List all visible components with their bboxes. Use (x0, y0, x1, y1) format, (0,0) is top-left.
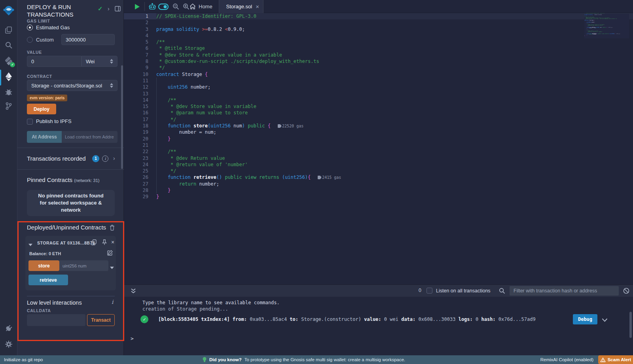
panel-scrollbar[interactable] (121, 65, 123, 169)
publish-ipfs-checkbox[interactable] (27, 119, 33, 125)
file-explorer-icon[interactable] (0, 23, 17, 37)
did-you-know-label: Did you know? (209, 357, 242, 362)
home-tab-label: Home (199, 4, 212, 9)
ai-assistant-robot-icon[interactable] (148, 0, 157, 13)
tx-success-check-icon: ✓ (140, 315, 148, 323)
toolbar-separator (144, 2, 145, 11)
panel-forward-icon[interactable]: › (108, 6, 110, 12)
at-address-input[interactable] (62, 131, 118, 143)
at-address-button[interactable]: At Address (27, 131, 62, 143)
low-level-info-icon[interactable]: i (112, 299, 113, 305)
minimap[interactable]: // SPDX-License-Identifier: GPL-3.0pragm… (584, 13, 629, 38)
gas-limit-label: GAS LIMIT (27, 19, 50, 23)
remove-contract-icon[interactable]: × (111, 239, 114, 245)
settings-gear-icon[interactable] (0, 337, 17, 351)
terminal[interactable]: Type the library name to see available c… (124, 297, 633, 355)
store-arg-input[interactable] (59, 260, 108, 271)
panel-check-icon: ✓ (98, 5, 103, 12)
ai-toggle-switch-icon[interactable] (158, 0, 169, 13)
solidity-compiler-icon[interactable]: ✓ (0, 54, 17, 68)
pin-panel-icon[interactable] (115, 6, 121, 13)
compile-success-badge: ✓ (10, 62, 15, 67)
did-you-know-text: To prototype using the Gnosis safe multi… (244, 357, 406, 362)
terminal-collapse-double-chevron-icon[interactable] (131, 288, 136, 296)
git-icon[interactable] (0, 99, 17, 113)
deploy-run-panel: DEPLOY & RUN TRANSACTIONS ✓ › GAS LIMIT … (17, 0, 124, 355)
scam-alert-button[interactable]: Scam Alert (598, 355, 633, 364)
transactions-expand-icon[interactable]: › (113, 155, 115, 161)
custom-gas-radio[interactable] (27, 37, 33, 43)
calldata-label: CALLDATA (27, 308, 51, 313)
contract-label: CONTRACT (27, 74, 52, 79)
debugger-icon[interactable] (0, 85, 17, 99)
file-tab-label: Storage.sol (226, 4, 252, 9)
pinned-contracts-title: Pinned Contracts (network: 31) (27, 176, 99, 183)
contract-selected-option: Storage - contracts/Storage.sol (31, 83, 102, 89)
listen-all-transactions-label: Listen on all transactions (436, 288, 491, 294)
did-you-know-tip: Did you know? To prototype using the Gno… (203, 355, 405, 364)
contract-select[interactable]: Storage - contracts/Storage.sol (27, 80, 118, 91)
tab-home[interactable]: Home (190, 0, 212, 13)
expand-args-chevron-icon[interactable] (110, 264, 114, 271)
terminal-line: Type the library name to see available c… (142, 300, 280, 305)
publish-ipfs-label: Publish to IPFS (36, 118, 72, 124)
transactions-info-icon[interactable]: i (102, 155, 108, 162)
value-unit-select[interactable]: Wei (81, 56, 118, 67)
terminal-header: 0 Listen on all transactions (124, 284, 633, 297)
lightbulb-icon (203, 357, 207, 363)
store-function-button[interactable]: store (28, 260, 59, 271)
contract-instance-label: STORAGE AT 0X136...8B78 (37, 241, 95, 245)
clear-terminal-ban-icon[interactable] (623, 288, 629, 296)
terminal-listen-count: 0 (419, 288, 421, 293)
minimap-content: // SPDX-License-Identifier: GPL-3.0pragm… (584, 13, 629, 36)
calldata-input[interactable] (27, 314, 85, 326)
zoom-out-icon[interactable] (171, 0, 180, 13)
pinned-empty-message: No pinned contracts found for selected w… (27, 190, 115, 216)
value-input[interactable] (27, 56, 81, 67)
deploy-run-icon[interactable] (0, 70, 17, 84)
terminal-scrollbar[interactable] (629, 312, 632, 338)
panel-title: DEPLOY & RUN TRANSACTIONS (27, 3, 90, 18)
transaction-filter-input[interactable] (510, 286, 619, 296)
retrieve-function-button[interactable]: retrieve (28, 275, 68, 285)
tx-expand-chevron-icon[interactable] (602, 316, 608, 324)
code-lines: // SPDX-License-Identifier: GPL-3.0pragm… (156, 13, 633, 200)
remix-ide-window: ✓ (0, 0, 633, 364)
status-bar: Initialize as git repo Did you know? To … (0, 355, 633, 364)
transact-button[interactable]: Transact (87, 314, 115, 326)
clear-deployed-trash-icon[interactable] (110, 225, 115, 232)
balance-value: 0 ETH (49, 251, 61, 256)
custom-gas-input[interactable] (61, 34, 115, 45)
copy-address-icon[interactable] (91, 239, 97, 247)
search-icon[interactable] (0, 38, 17, 52)
remix-logo[interactable] (0, 3, 17, 18)
low-level-interactions-label: Low level interactions (27, 300, 82, 306)
copilot-status[interactable]: RemixAI Copilot (enabled) (540, 355, 593, 364)
close-tab-icon[interactable]: × (256, 3, 259, 10)
balance-label: Balance: 0 ETH (29, 251, 61, 256)
run-script-play-icon[interactable] (133, 0, 141, 13)
transactions-recorded-label: Transactions recorded (27, 155, 86, 162)
warning-triangle-icon (600, 357, 606, 362)
debug-button[interactable]: Debug (573, 314, 597, 324)
tab-storage-sol[interactable]: Storage.sol × (219, 0, 263, 13)
listen-all-transactions-checkbox[interactable] (426, 288, 432, 294)
plugin-manager-icon[interactable] (0, 321, 17, 336)
init-git-repo-button[interactable]: Initialize as git repo (4, 355, 43, 364)
edit-balance-icon[interactable] (107, 250, 113, 257)
evm-version-badge: evm version: paris (27, 95, 67, 101)
contract-collapse-chevron-icon[interactable] (28, 241, 32, 248)
pin-contract-icon[interactable] (102, 239, 107, 247)
zoom-in-icon[interactable] (182, 0, 190, 13)
terminal-search-icon (499, 288, 505, 296)
value-unit-label: Wei (86, 59, 95, 64)
home-icon (190, 4, 196, 9)
custom-gas-label: Custom (36, 37, 54, 43)
tx-log-text: [block:5583405 txIndex:4] from: 0xa03...… (158, 317, 536, 322)
deploy-button[interactable]: Deploy (27, 104, 56, 114)
code-editor[interactable]: 1234567891011121314151617181920212223242… (124, 13, 633, 284)
main-area: Home Storage.sol × 123456789101112131415… (124, 0, 633, 355)
updown-caret-icon (110, 59, 113, 64)
estimated-gas-radio[interactable] (27, 25, 33, 30)
updown-caret-icon (110, 83, 113, 88)
